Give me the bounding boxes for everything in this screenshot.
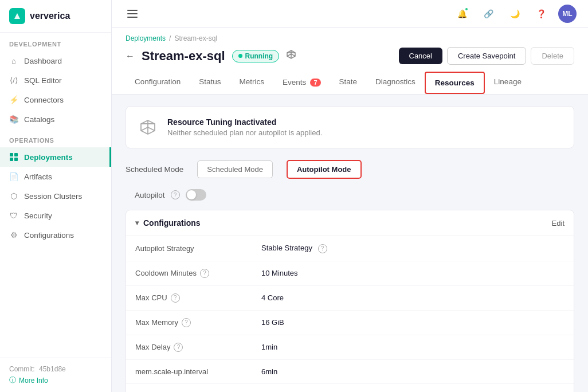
sidebar: ververica DEVELOPMENT ⌂ Dashboard ⟨/⟩ SQ… bbox=[0, 0, 112, 392]
breadcrumb-current: Stream-ex-sql bbox=[174, 34, 217, 42]
shield-icon: 🛡 bbox=[9, 211, 18, 220]
tab-lineage[interactable]: Lineage bbox=[485, 72, 531, 94]
toggle-knob bbox=[187, 190, 196, 199]
logo[interactable]: ververica bbox=[0, 0, 111, 33]
config-key-help-icon[interactable]: ? bbox=[174, 343, 183, 352]
table-row: Max Delay ? 1min bbox=[126, 335, 574, 360]
table-row: Autopilot Strategy Stable Strategy ? bbox=[126, 236, 574, 261]
sidebar-item-label: Catalogs bbox=[24, 115, 54, 124]
tab-state[interactable]: State bbox=[330, 72, 367, 94]
scheduled-mode-tab[interactable]: Scheduled Mode bbox=[197, 160, 273, 178]
configurations-title: Configurations bbox=[143, 218, 201, 228]
header-actions: Cancel Create Savepoint Delete bbox=[399, 47, 575, 65]
config-value: 6min bbox=[252, 360, 574, 383]
resource-tuning-title: Resource Tuning Inactivated bbox=[167, 117, 322, 127]
autopilot-row: Autopilot ? bbox=[126, 189, 574, 201]
help-button[interactable]: ❓ bbox=[532, 5, 550, 23]
commit-hash: 45b1d8e bbox=[39, 365, 66, 373]
config-key: Cooldown Minutes ? bbox=[126, 261, 252, 285]
config-help-icon[interactable]: ? bbox=[318, 244, 327, 253]
config-key-help-icon[interactable]: ? bbox=[171, 293, 180, 303]
logo-text: ververica bbox=[30, 11, 70, 21]
notifications-button[interactable]: 🔔 bbox=[453, 5, 471, 23]
sidebar-item-deployments[interactable]: Deployments bbox=[0, 147, 111, 167]
svg-rect-2 bbox=[14, 153, 18, 156]
resource-cube-icon bbox=[138, 117, 158, 138]
config-value: 1min bbox=[252, 335, 574, 359]
user-avatar[interactable]: ML bbox=[558, 5, 577, 23]
sidebar-item-configurations[interactable]: ⚙ Configurations bbox=[0, 225, 111, 245]
config-value: 10 Minutes bbox=[252, 261, 574, 285]
help-icon: ❓ bbox=[536, 9, 546, 18]
svg-rect-7 bbox=[127, 17, 138, 18]
resource-tuning-info-box: Resource Tuning Inactivated Neither sche… bbox=[126, 106, 574, 148]
edit-configurations-button[interactable]: Edit bbox=[552, 219, 565, 228]
home-icon: ⌂ bbox=[9, 56, 18, 65]
configurations-title-row[interactable]: ▾ Configurations bbox=[135, 218, 201, 228]
config-key: Autopilot Strategy bbox=[126, 236, 252, 261]
create-savepoint-button[interactable]: Create Savepoint bbox=[447, 47, 526, 65]
theme-toggle-button[interactable]: 🌙 bbox=[505, 5, 524, 23]
commit-info: Commit: 45b1d8e bbox=[9, 365, 102, 373]
resource-tuning-text: Resource Tuning Inactivated Neither sche… bbox=[167, 117, 322, 137]
table-row: Max Memory ? 16 GiB bbox=[126, 311, 574, 335]
tab-resources[interactable]: Resources bbox=[425, 72, 485, 94]
autopilot-mode-tab[interactable]: Autopilot Mode bbox=[287, 160, 362, 179]
breadcrumb-parent[interactable]: Deployments bbox=[126, 34, 166, 42]
autopilot-toggle[interactable] bbox=[186, 189, 206, 201]
topbar: 🔔 🔗 🌙 ❓ ML bbox=[112, 0, 588, 28]
sidebar-item-label: Security bbox=[24, 211, 52, 220]
autopilot-help-icon[interactable]: ? bbox=[171, 190, 180, 199]
sidebar-item-label: Session Clusters bbox=[24, 192, 82, 201]
sidebar-item-security[interactable]: 🛡 Security bbox=[0, 206, 111, 225]
svg-rect-3 bbox=[10, 158, 13, 161]
config-value: 16 GiB bbox=[252, 311, 574, 335]
svg-rect-5 bbox=[127, 10, 138, 11]
config-key-help-icon[interactable]: ? bbox=[200, 269, 209, 278]
tab-configuration[interactable]: Configuration bbox=[126, 72, 190, 94]
notification-dot bbox=[464, 7, 469, 11]
moon-icon: 🌙 bbox=[510, 9, 520, 18]
breadcrumb: Deployments / Stream-ex-sql bbox=[126, 34, 574, 42]
circle-icon: ⓘ bbox=[9, 375, 16, 385]
config-key-help-icon[interactable]: ? bbox=[182, 318, 191, 327]
tab-events[interactable]: Events 7 bbox=[273, 72, 330, 94]
sidebar-item-label: SQL Editor bbox=[24, 76, 62, 85]
sidebar-item-catalogs[interactable]: 📚 Catalogs bbox=[0, 109, 111, 129]
section-development: DEVELOPMENT bbox=[0, 33, 111, 51]
file-icon: 📄 bbox=[9, 172, 18, 181]
more-info-link[interactable]: ⓘ More Info bbox=[9, 375, 102, 385]
cancel-button[interactable]: Cancel bbox=[399, 48, 442, 64]
status-badge: Running bbox=[232, 50, 280, 62]
tab-bar: Configuration Status Metrics Events 7 St… bbox=[126, 72, 574, 94]
configurations-section: ▾ Configurations Edit Autopilot Strategy… bbox=[126, 210, 574, 392]
sidebar-item-sql-editor[interactable]: ⟨/⟩ SQL Editor bbox=[0, 70, 111, 90]
tab-diagnostics[interactable]: Diagnostics bbox=[366, 72, 425, 94]
back-button[interactable]: ← bbox=[126, 51, 135, 61]
sidebar-item-session-clusters[interactable]: ⬡ Session Clusters bbox=[0, 186, 111, 206]
tab-metrics[interactable]: Metrics bbox=[230, 72, 274, 94]
config-key: Max Memory ? bbox=[126, 311, 252, 335]
events-badge: 7 bbox=[310, 79, 320, 87]
table-row: mem.scale-down.interval 12h bbox=[126, 384, 574, 393]
link-button[interactable]: 🔗 bbox=[479, 5, 497, 23]
config-value: 4 Core bbox=[252, 286, 574, 310]
deployment-cube-icon[interactable] bbox=[286, 49, 296, 62]
sidebar-item-artifacts[interactable]: 📄 Artifacts bbox=[0, 167, 111, 186]
menu-toggle-button[interactable] bbox=[123, 5, 142, 23]
table-row: Max CPU ? 4 Core bbox=[126, 286, 574, 311]
delete-button[interactable]: Delete bbox=[531, 47, 574, 65]
page-header: Deployments / Stream-ex-sql ← Stream-ex-… bbox=[112, 28, 588, 95]
config-key: Max CPU ? bbox=[126, 286, 252, 310]
configurations-header: ▾ Configurations Edit bbox=[126, 210, 574, 236]
sidebar-item-dashboard[interactable]: ⌂ Dashboard bbox=[0, 51, 111, 70]
grid-icon bbox=[9, 152, 18, 162]
sliders-icon: ⚙ bbox=[9, 230, 18, 240]
sidebar-item-connectors[interactable]: ⚡ Connectors bbox=[0, 90, 111, 109]
commit-label: Commit: bbox=[9, 365, 35, 373]
inner-content: Resource Tuning Inactivated Neither sche… bbox=[112, 95, 588, 392]
mode-selector-label: Scheduled Mode bbox=[126, 165, 183, 174]
tab-status[interactable]: Status bbox=[190, 72, 230, 94]
config-value: 12h bbox=[252, 384, 574, 393]
status-dot bbox=[238, 54, 242, 58]
